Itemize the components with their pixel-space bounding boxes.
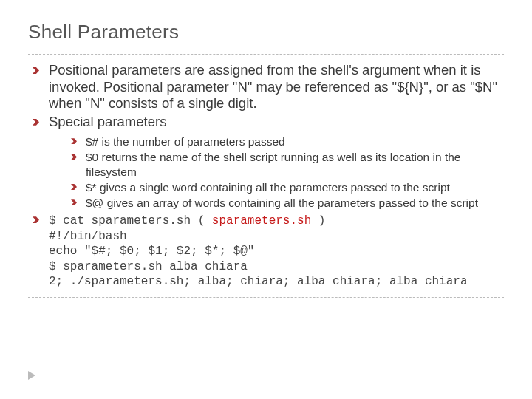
filename-highlight: sparameters.sh [212,214,311,228]
sub-bullet: $0 returns the name of the shell script … [71,150,504,178]
code-line: $ sparameters.sh alba chiara [49,259,504,274]
main-bullet-text: Special parameters [49,114,166,129]
sub-bullet-list: $# is the number of parameters passed $0… [49,134,504,210]
main-bullet: Special parameters $# is the number of p… [33,114,504,211]
code-line: echo "$#; $0; $1; $2; $*; $@" [49,244,504,259]
main-bullet: Positional parameters are assigned from … [33,62,504,112]
sub-bullet: $* gives a single word containing all th… [71,180,504,194]
nav-arrow-icon [28,371,35,380]
slide-title: Shell Parameters [28,21,504,44]
code-line: 2; ./sparameters.sh; alba; chiara; alba … [49,274,504,289]
code-example-bullet: $ cat sparameters.sh ( sparameters.sh ) … [33,211,504,289]
sub-bullet: $# is the number of parameters passed [71,134,504,149]
sub-bullet: $@ gives an array of words containing al… [71,196,504,210]
main-bullet-list: Positional parameters are assigned from … [28,62,504,290]
code-line: $ cat sparameters.sh ( sparameters.sh ) [49,214,325,228]
divider-bottom [28,297,504,298]
code-line: #!/bin/bash [49,229,504,244]
slide-content: Positional parameters are assigned from … [28,55,504,297]
